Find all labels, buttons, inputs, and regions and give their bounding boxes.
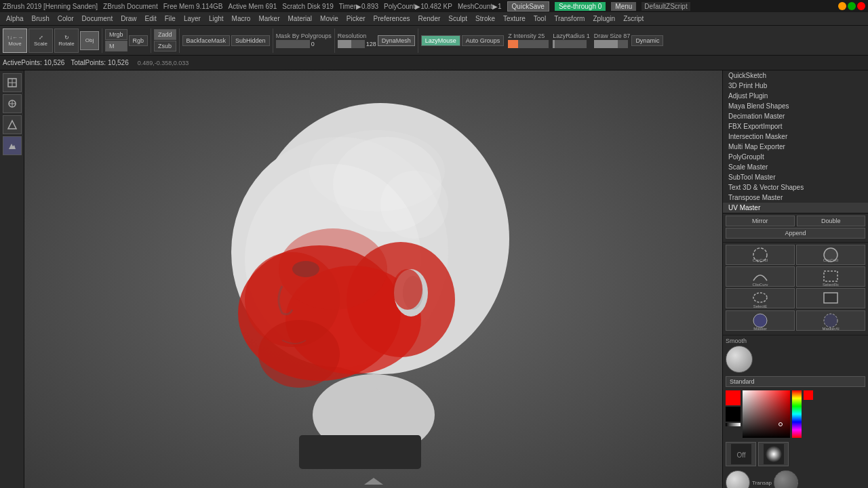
- zadd-button[interactable]: Zadd: [154, 29, 176, 40]
- menu-item-stroke[interactable]: Stroke: [472, 14, 498, 24]
- sub-hidden-button[interactable]: SubHidden: [231, 35, 270, 46]
- zplugin-text3d[interactable]: Text 3D & Vector Shapes: [723, 182, 868, 192]
- menu-item-draw[interactable]: Draw: [117, 14, 140, 24]
- zplugin-3dprint[interactable]: 3D Print Hub: [723, 81, 868, 91]
- material-sphere-transp[interactable]: [774, 470, 798, 488]
- lazymouse-button[interactable]: LazyMouse: [421, 35, 460, 46]
- drawsize-slider[interactable]: [594, 40, 628, 48]
- menu-item-preferences[interactable]: Preferences: [370, 14, 414, 24]
- smooth-sphere[interactable]: [726, 346, 753, 373]
- left-tool-4[interactable]: [3, 136, 22, 155]
- mask-slider[interactable]: [276, 40, 310, 48]
- zplugin-decimation[interactable]: Decimation Master: [723, 111, 868, 121]
- clipcurv-brush[interactable]: ClipCurv: [726, 266, 795, 287]
- menu-item-brush[interactable]: Brush: [28, 14, 53, 24]
- defaultzscript-area[interactable]: DefaultZScript: [642, 2, 690, 11]
- material-sphere-1[interactable]: [726, 470, 750, 488]
- minimize-button[interactable]: [838, 2, 846, 10]
- move-tool-button[interactable]: ↑↓←→ Move: [3, 28, 27, 53]
- alpha-6-button[interactable]: [758, 442, 789, 466]
- maskeral-brush[interactable]: MaskerAl: [796, 310, 865, 331]
- brightness-bar[interactable]: [726, 423, 741, 426]
- menu-item-file[interactable]: File: [161, 14, 179, 24]
- menu-item-tool[interactable]: Tool: [530, 14, 549, 24]
- dynamic-button[interactable]: Dynamic: [631, 35, 663, 46]
- seethrough-button[interactable]: See-through 0: [555, 2, 606, 11]
- rotate-tool-button[interactable]: ↻ Rotate: [54, 28, 79, 53]
- left-tool-3[interactable]: [3, 115, 22, 134]
- color-gradient-picker[interactable]: [743, 390, 790, 438]
- menu-item-render[interactable]: Render: [415, 14, 444, 24]
- double-button[interactable]: Double: [797, 216, 866, 226]
- menu-item-material[interactable]: Material: [285, 14, 316, 24]
- zplugin-subtool[interactable]: SubTool Master: [723, 172, 868, 182]
- menu-item-zscript[interactable]: Zscript: [620, 14, 647, 24]
- menu-item-edit[interactable]: Edit: [142, 14, 160, 24]
- menu-item-marker[interactable]: Marker: [255, 14, 283, 24]
- zplugin-intersection[interactable]: Intersection Masker: [723, 131, 868, 142]
- close-button[interactable]: [857, 2, 865, 10]
- zsub-button[interactable]: Zsub: [154, 41, 176, 52]
- menu-item-zplugin[interactable]: Zplugin: [589, 14, 618, 24]
- clipcircl-brush[interactable]: ClipCircl: [726, 245, 795, 265]
- zplugin-maya-blend[interactable]: Maya Blend Shapes: [723, 101, 868, 111]
- maximize-button[interactable]: [848, 2, 856, 10]
- zplugin-quicksketch[interactable]: QuickSketch: [723, 70, 868, 81]
- menu-item-document[interactable]: Document: [79, 14, 117, 24]
- m-button[interactable]: M: [105, 41, 127, 52]
- backface-mask-button[interactable]: BackfaceMask: [182, 35, 231, 46]
- masker-brush[interactable]: Masker: [726, 310, 795, 331]
- rgb-button[interactable]: Rgb: [129, 35, 149, 46]
- autogroups-button[interactable]: Auto Groups: [462, 35, 505, 46]
- transap-label[interactable]: Transap: [752, 480, 772, 486]
- zintensity-slider[interactable]: [508, 40, 549, 48]
- zplugin-polygroupit[interactable]: PolyGroupIt: [723, 152, 868, 162]
- menu-item-color[interactable]: Color: [54, 14, 77, 24]
- zplugin-multimap[interactable]: Multi Map Exporter: [723, 142, 868, 152]
- svg-marker-26: [364, 478, 383, 485]
- zplugin-scale[interactable]: Scale Master: [723, 162, 868, 172]
- zplugin-transpose[interactable]: Transpose Master: [723, 192, 868, 203]
- obj-button[interactable]: Obj: [80, 31, 99, 50]
- hue-bar[interactable]: [792, 390, 802, 438]
- menu-item-alpha[interactable]: Alpha: [3, 14, 27, 24]
- append-button[interactable]: Append: [726, 228, 865, 239]
- selectrc-brush[interactable]: SelectRc: [796, 266, 865, 287]
- mrgb-button[interactable]: Mrgb: [105, 29, 127, 40]
- menu-button[interactable]: Menu: [611, 2, 636, 11]
- mirror-button[interactable]: Mirror: [726, 216, 795, 226]
- smooth-section: Smooth: [723, 336, 868, 375]
- left-tool-1[interactable]: [3, 73, 22, 92]
- svg-point-19: [393, 269, 422, 310]
- color-swatch-red[interactable]: [726, 390, 741, 405]
- selectrc2-brush[interactable]: [796, 288, 865, 308]
- alpha-section: Off: [723, 440, 868, 468]
- color-swatch-black[interactable]: [726, 407, 741, 422]
- menu-item-picker[interactable]: Picker: [343, 14, 369, 24]
- zplugin-adjust[interactable]: Adjust Plugin: [723, 91, 868, 101]
- svg-point-23: [292, 261, 319, 277]
- menu-item-sculpt[interactable]: Sculpt: [445, 14, 471, 24]
- resolution-slider[interactable]: [338, 40, 365, 48]
- clipcircl2-brush[interactable]: ClipCircl: [796, 245, 865, 265]
- left-tool-2[interactable]: [3, 94, 22, 113]
- menu-item-transform[interactable]: Transform: [551, 14, 588, 24]
- scale-tool-button[interactable]: ⤢ Scale: [28, 28, 53, 53]
- menu-item-macro[interactable]: Macro: [229, 14, 254, 24]
- zplugin-fbx[interactable]: FBX ExportImport: [723, 121, 868, 131]
- svg-point-39: [824, 314, 837, 327]
- zplugin-uvmaster[interactable]: UV Master: [723, 203, 868, 213]
- canvas-area[interactable]: [24, 70, 722, 488]
- menu-item-movie[interactable]: Movie: [317, 14, 342, 24]
- dynamesh-button[interactable]: DynaMesh: [378, 35, 415, 46]
- zbrush-document[interactable]: ZBrush Document: [103, 3, 158, 10]
- standard-button[interactable]: Standard: [726, 376, 865, 387]
- alpha-o-button[interactable]: Off: [726, 442, 756, 466]
- hue-indicator[interactable]: [804, 390, 813, 400]
- quicksave-button[interactable]: QuickSave: [507, 1, 549, 12]
- lazyradius-slider[interactable]: [553, 40, 587, 48]
- menu-item-layer[interactable]: Layer: [180, 14, 204, 24]
- menu-item-light[interactable]: Light: [205, 14, 227, 24]
- menu-item-texture[interactable]: Texture: [500, 14, 529, 24]
- selecte-brush[interactable]: SelectE: [726, 288, 795, 308]
